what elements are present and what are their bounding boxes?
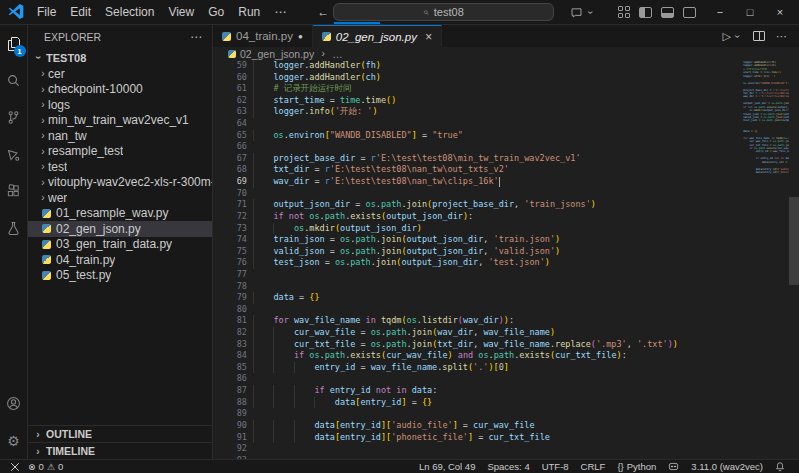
code-line-59[interactable]: 59logger.addHandler(fh) (213, 60, 799, 72)
toggle-panel-button[interactable] (661, 7, 674, 18)
python-interpreter-status[interactable]: 3.11.0 (wav2vec) (687, 461, 767, 472)
run-python-file-button[interactable]: ▷ › (723, 30, 742, 43)
code-line-75[interactable]: 75valid_json = os.path.join(output_json_… (213, 246, 799, 258)
menu-go[interactable]: Go (201, 0, 231, 24)
code-line-60[interactable]: 60logger.addHandler(ch) (213, 72, 799, 84)
extensions-icon[interactable] (0, 173, 28, 210)
tab-02-gen-json[interactable]: 02_gen_json.py × (313, 25, 442, 47)
code-line-87[interactable]: 87if entry_id not in data: (213, 385, 799, 397)
timeline-section[interactable]: › TIMELINE (28, 442, 212, 459)
code-line-70[interactable]: 70 (213, 188, 799, 200)
toggle-sidebar-button[interactable] (639, 7, 652, 18)
code-line-92[interactable]: 92 (213, 443, 799, 455)
tab-04-train[interactable]: 04_train.py ● (213, 25, 313, 47)
code-line-91[interactable]: 91data[entry_id]['phonetic_file'] = cur_… (213, 432, 799, 444)
code-line-65[interactable]: 65os.environ["WANDB_DISABLED"] = "true" (213, 130, 799, 142)
outline-section[interactable]: › OUTLINE (28, 425, 212, 442)
tree-folder-checkpoint-10000[interactable]: ›checkpoint-10000 (28, 82, 212, 98)
explorer-icon[interactable]: 1 (0, 25, 28, 62)
notifications-bell-icon[interactable] (771, 461, 789, 472)
code-line-63[interactable]: 63logger.info('开始: ') (213, 106, 799, 118)
code-line-78[interactable]: 78 (213, 281, 799, 293)
copilot-status[interactable] (664, 461, 683, 472)
command-center-search[interactable]: ⌕ test08 (333, 3, 554, 21)
close-button[interactable]: × (765, 0, 795, 25)
tree-folder-nan_tw[interactable]: ›nan_tw (28, 128, 212, 144)
code-line-80[interactable]: 80 (213, 304, 799, 316)
source-control-icon[interactable] (0, 99, 28, 136)
menu-view[interactable]: View (161, 0, 201, 24)
menu-run[interactable]: Run (231, 0, 267, 24)
code-line-85[interactable]: 85entry_id = wav_file_name.split('.')[0] (213, 362, 799, 374)
breadcrumb-file[interactable]: 02_gen_json.py (240, 48, 314, 60)
code-line-73[interactable]: 73os.mkdir(output_json_dir) (213, 223, 799, 235)
code-line-88[interactable]: 88data[entry_id] = {} (213, 397, 799, 409)
minimize-button[interactable]: − (705, 0, 735, 25)
tree-folder-logs[interactable]: ›logs (28, 97, 212, 113)
encoding-status[interactable]: UTF-8 (538, 461, 573, 472)
menu-file[interactable]: File (30, 0, 63, 24)
language-mode-status[interactable]: {} Python (613, 461, 660, 472)
code-line-62[interactable]: 62start_time = time.time() (213, 95, 799, 107)
close-tab-icon[interactable]: × (425, 30, 432, 44)
code-line-68[interactable]: 68txt_dir = r'E:\test\test08\nan_tw\out_… (213, 164, 799, 176)
search-view-icon[interactable] (0, 62, 28, 99)
tree-folder-vitouphy-wav2vec2-xls-r-300m-timit-phoneme[interactable]: ›vitouphy-wav2vec2-xls-r-300m-timit-phon… (28, 175, 212, 191)
split-editor-icon[interactable] (753, 31, 765, 41)
code-line-86[interactable]: 86 (213, 373, 799, 385)
code-line-61[interactable]: 61# 记录开始运行时间 (213, 83, 799, 95)
settings-gear-icon[interactable]: ⚙ (0, 422, 28, 459)
eol-status[interactable]: CRLF (577, 461, 610, 472)
code-editor[interactable]: 59logger.addHandler(fh)60logger.addHandl… (213, 60, 799, 459)
account-icon[interactable] (0, 385, 28, 422)
code-line-83[interactable]: 83cur_txt_file = os.path.join(txt_dir, w… (213, 339, 799, 351)
code-line-71[interactable]: 71output_json_dir = os.path.join(project… (213, 199, 799, 211)
editor-scrollbar[interactable] (789, 197, 799, 285)
code-line-93[interactable]: 93 (213, 455, 799, 459)
problems-status[interactable]: ⊗ 0 ⚠ 0 (24, 461, 67, 472)
nav-back-icon[interactable]: ← (317, 5, 329, 19)
menu-edit[interactable]: Edit (63, 0, 98, 24)
maximize-button[interactable]: □ (735, 0, 765, 25)
code-line-69[interactable]: 69wav_dir = r'E:\test\test08\nan_tw\clip… (213, 176, 799, 188)
tree-file-05_test.py[interactable]: 05_test.py (28, 268, 212, 284)
tree-folder-cer[interactable]: ›cer (28, 66, 212, 82)
menu-more[interactable]: ⋯ (267, 0, 293, 24)
testing-icon[interactable] (0, 210, 28, 247)
code-line-79[interactable]: 79data = {} (213, 292, 799, 304)
tree-file-02_gen_json.py[interactable]: 02_gen_json.py (28, 221, 212, 237)
toggle-secondary-sidebar-button[interactable] (683, 7, 696, 18)
code-line-90[interactable]: 90data[entry_id]['audio_file'] = cur_wav… (213, 420, 799, 432)
tree-file-04_train.py[interactable]: 04_train.py (28, 252, 212, 268)
copilot-chat-button[interactable]: › (570, 6, 595, 19)
tree-file-03_gen_train_data.py[interactable]: 03_gen_train_data.py (28, 237, 212, 253)
code-line-77[interactable]: 77 (213, 269, 799, 281)
code-line-72[interactable]: 72if not os.path.exists(output_json_dir)… (213, 211, 799, 223)
tree-folder-resample_test[interactable]: ›resample_test (28, 144, 212, 160)
code-line-74[interactable]: 74train_json = os.path.join(output_json_… (213, 234, 799, 246)
code-line-81[interactable]: 81for wav_file_name in tqdm(os.listdir(w… (213, 315, 799, 327)
remote-indicator[interactable] (6, 462, 24, 472)
minimap[interactable]: logger.addHandler(fh) logger.addHandler(… (737, 61, 789, 185)
modified-dot-icon[interactable]: ● (298, 32, 303, 41)
indentation-status[interactable]: Spaces: 4 (483, 461, 533, 472)
code-line-76[interactable]: 76test_json = os.path.join(output_json_d… (213, 257, 799, 269)
editor-more-actions-icon[interactable]: ⋯ (776, 30, 787, 43)
run-debug-icon[interactable] (0, 136, 28, 173)
customize-layout-button[interactable] (618, 6, 630, 18)
tree-folder-wer[interactable]: ›wer (28, 190, 212, 206)
breadcrumb-rest[interactable]: … (332, 48, 343, 60)
explorer-more-actions[interactable]: ⋯ (190, 30, 202, 44)
cursor-position-status[interactable]: Ln 69, Col 49 (415, 461, 480, 472)
code-line-64[interactable]: 64 (213, 118, 799, 130)
tree-folder-test[interactable]: ›test (28, 159, 212, 175)
menu-selection[interactable]: Selection (98, 0, 161, 24)
code-line-66[interactable]: 66 (213, 141, 799, 153)
breadcrumb[interactable]: 02_gen_json.py › … (213, 47, 799, 60)
code-line-67[interactable]: 67project_base_dir = r'E:\test\test08\mi… (213, 153, 799, 165)
code-line-84[interactable]: 84if os.path.exists(cur_wav_file) and os… (213, 350, 799, 362)
tree-folder-min_tw_train_wav2vec_v1[interactable]: ›min_tw_train_wav2vec_v1 (28, 113, 212, 129)
code-line-82[interactable]: 82cur_wav_file = os.path.join(wav_dir, w… (213, 327, 799, 339)
code-line-89[interactable]: 89 (213, 408, 799, 420)
tree-file-01_resample_wav.py[interactable]: 01_resample_wav.py (28, 206, 212, 222)
